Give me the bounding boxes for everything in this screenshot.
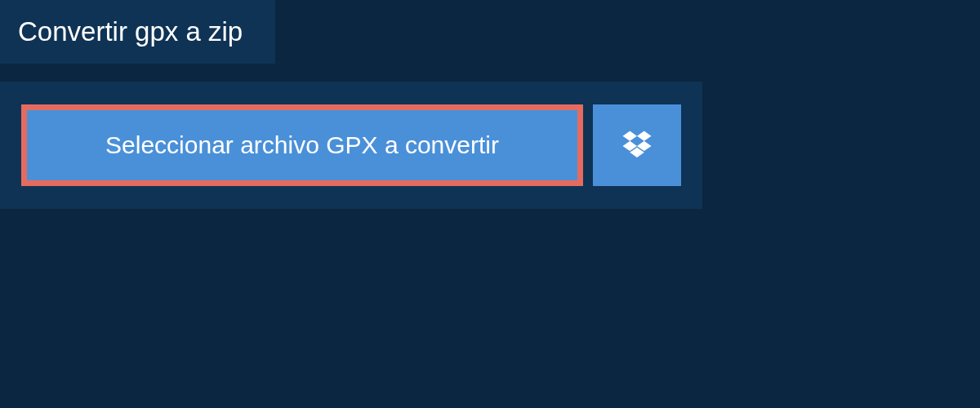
button-row: Seleccionar archivo GPX a convertir — [21, 104, 681, 186]
upload-panel: Seleccionar archivo GPX a convertir — [0, 82, 702, 209]
dropbox-button[interactable] — [593, 104, 681, 186]
dropbox-icon — [620, 128, 654, 162]
tab-header: Convertir gpx a zip — [0, 0, 275, 64]
page-title: Convertir gpx a zip — [18, 16, 243, 47]
select-file-button[interactable]: Seleccionar archivo GPX a convertir — [21, 104, 583, 186]
